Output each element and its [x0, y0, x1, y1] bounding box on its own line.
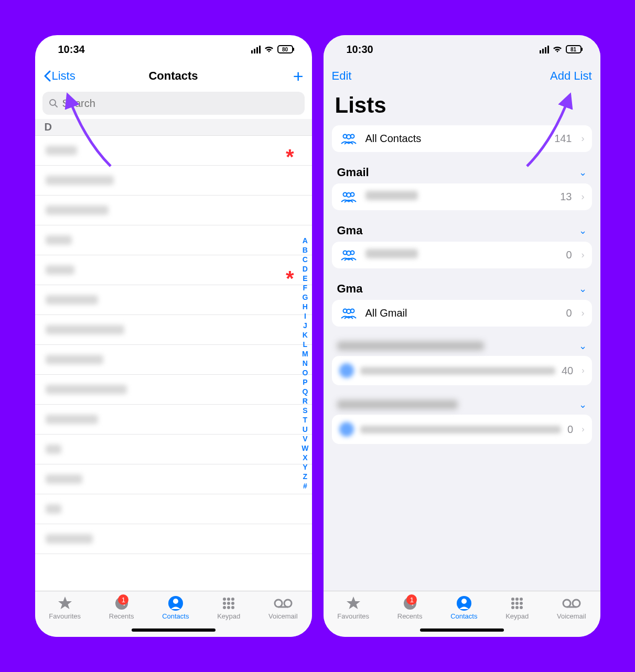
svg-point-34 [520, 598, 523, 601]
contact-row[interactable] [35, 166, 312, 196]
list-section-header[interactable]: Gma ⌄ [332, 219, 592, 242]
index-letter[interactable]: F [302, 283, 308, 292]
tab-contacts[interactable]: Contacts [162, 595, 189, 620]
contact-row[interactable] [35, 464, 312, 494]
chevron-down-icon: ⌄ [579, 167, 587, 178]
chevron-right-icon: › [582, 191, 585, 202]
index-letter[interactable]: J [302, 321, 308, 330]
contact-row[interactable] [35, 196, 312, 225]
contact-row[interactable] [35, 315, 312, 345]
index-letter[interactable]: K [302, 330, 308, 340]
index-letter[interactable]: W [302, 443, 308, 453]
svg-point-32 [511, 598, 514, 601]
contact-row[interactable] [35, 375, 312, 405]
add-list-button[interactable]: Add List [550, 69, 592, 83]
index-letter[interactable]: P [302, 377, 308, 387]
list-row[interactable]: All Gmail 0 › [332, 300, 592, 327]
tab-recents[interactable]: Recents 1 [109, 595, 134, 620]
tab-favourites[interactable]: Favourites [49, 595, 81, 620]
list-row[interactable]: 13 › [332, 183, 592, 210]
index-letter[interactable]: L [302, 340, 308, 349]
lists-scroll[interactable]: All Contacts 141 › Gmail ⌄ 13 › Gma ⌄ [324, 125, 600, 591]
contact-row[interactable] [35, 136, 312, 166]
contacts-list[interactable]: ABCDEFGHIJKLMNOPQRSTUVWXYZ# * * [35, 136, 312, 591]
list-section-header[interactable]: ⌄ [332, 394, 592, 415]
back-button[interactable]: Lists [44, 69, 76, 83]
contact-row[interactable] [35, 255, 312, 285]
add-contact-button[interactable]: + [293, 66, 304, 86]
contact-row[interactable] [35, 285, 312, 315]
status-bar: 10:30 81 [324, 35, 600, 63]
row-count: 0 [567, 424, 573, 436]
index-letter[interactable]: E [302, 274, 308, 283]
cellular-icon [540, 46, 549, 53]
alphabet-index[interactable]: ABCDEFGHIJKLMNOPQRSTUVWXYZ# [300, 136, 309, 591]
tab-favourites[interactable]: Favourites [337, 595, 369, 620]
svg-line-1 [55, 105, 57, 107]
edit-button[interactable]: Edit [332, 69, 352, 83]
index-letter[interactable]: D [302, 264, 308, 274]
index-letter[interactable]: U [302, 425, 308, 434]
tab-label: Recents [397, 612, 423, 620]
list-section-header[interactable]: ⌄ [332, 335, 592, 356]
tab-voicemail[interactable]: Voicemail [557, 595, 586, 620]
row-label: All Contacts [365, 133, 547, 145]
contact-row[interactable] [35, 345, 312, 375]
contact-row[interactable] [35, 435, 312, 464]
tab-keypad[interactable]: Keypad [217, 595, 240, 620]
edit-label: Edit [332, 69, 352, 83]
tab-voicemail[interactable]: Voicemail [268, 595, 298, 620]
index-letter[interactable]: M [302, 349, 308, 359]
index-letter[interactable]: S [302, 406, 308, 415]
index-letter[interactable]: A [302, 236, 308, 245]
home-indicator[interactable] [420, 628, 504, 632]
svg-point-12 [227, 606, 230, 609]
tab-keypad[interactable]: Keypad [505, 595, 529, 620]
status-time: 10:30 [347, 44, 373, 56]
all-contacts-row[interactable]: All Contacts 141 › [332, 125, 592, 152]
contact-row[interactable] [35, 225, 312, 255]
index-letter[interactable]: # [302, 481, 308, 491]
index-letter[interactable]: V [302, 434, 308, 443]
index-letter[interactable]: N [302, 359, 308, 368]
list-row[interactable]: 0 › [332, 415, 592, 444]
index-letter[interactable]: R [302, 396, 308, 406]
index-letter[interactable]: O [302, 368, 308, 377]
chevron-right-icon: › [582, 250, 585, 261]
index-letter[interactable]: Y [302, 462, 308, 472]
index-letter[interactable]: I [302, 311, 308, 321]
tab-label: Keypad [505, 612, 529, 620]
search-field[interactable] [42, 92, 305, 115]
home-indicator[interactable] [132, 628, 216, 632]
people-icon [339, 133, 358, 145]
index-letter[interactable]: C [302, 255, 308, 264]
index-letter[interactable]: Z [302, 472, 308, 481]
list-section-header[interactable]: Gmail ⌄ [332, 160, 592, 183]
status-time: 10:34 [58, 44, 85, 56]
index-letter[interactable]: H [302, 302, 308, 311]
row-count: 40 [562, 365, 573, 377]
contact-row[interactable] [35, 494, 312, 524]
chevron-down-icon: ⌄ [579, 283, 587, 295]
index-letter[interactable]: G [302, 292, 308, 302]
section-title-blurred [337, 341, 484, 351]
battery-icon: 81 [566, 45, 582, 53]
index-letter[interactable]: T [302, 415, 308, 425]
tab-contacts[interactable]: Contacts [450, 595, 477, 620]
contact-row[interactable] [35, 405, 312, 435]
index-letter[interactable]: B [302, 245, 308, 255]
tab-recents[interactable]: Recents 1 [397, 595, 423, 620]
list-row[interactable]: 0 › [332, 242, 592, 268]
svg-point-10 [231, 602, 234, 605]
section-title-blurred [337, 400, 458, 409]
index-letter[interactable]: X [302, 453, 308, 462]
voicemail-icon [562, 595, 581, 611]
nav-bar: Lists Contacts + [35, 63, 312, 89]
search-input[interactable] [62, 97, 298, 110]
list-row[interactable]: 40 › [332, 356, 592, 385]
chevron-down-icon: ⌄ [579, 225, 587, 236]
contact-row[interactable] [35, 524, 312, 554]
list-section-header[interactable]: Gma ⌄ [332, 277, 592, 300]
index-letter[interactable]: Q [302, 387, 308, 396]
svg-point-39 [515, 606, 519, 609]
